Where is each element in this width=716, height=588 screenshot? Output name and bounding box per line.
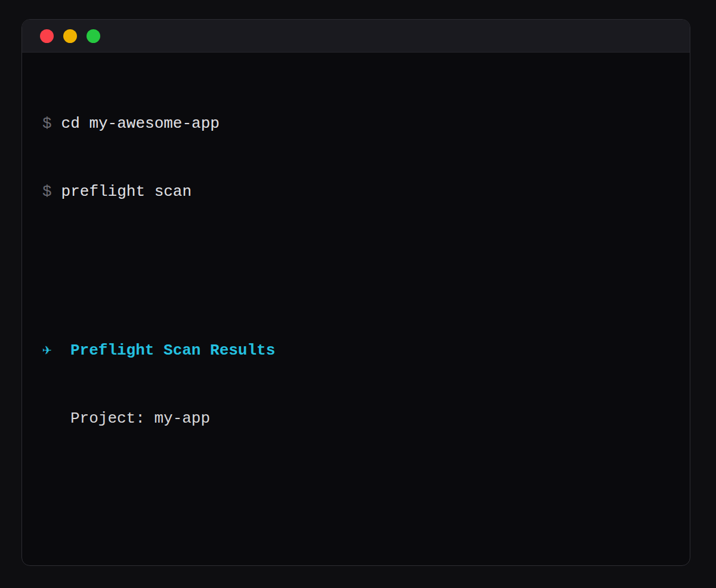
scan-results-heading: ✈Preflight Scan Results <box>42 339 669 362</box>
prompt-symbol: $ <box>42 183 52 201</box>
command-text: preflight scan <box>61 183 192 201</box>
blank-line <box>42 475 669 498</box>
terminal-body[interactable]: $cd my-awesome-app $preflight scan ✈Pref… <box>22 53 690 566</box>
command-text: cd my-awesome-app <box>61 115 220 133</box>
command-line: $cd my-awesome-app <box>42 112 669 135</box>
terminal-window: $cd my-awesome-app $preflight scan ✈Pref… <box>21 19 690 566</box>
prompt-symbol: $ <box>42 115 52 133</box>
window-titlebar <box>22 20 690 53</box>
zoom-window-button[interactable] <box>87 29 100 43</box>
project-line: Project: my-app <box>42 407 669 430</box>
close-window-button[interactable] <box>40 29 54 43</box>
minimize-window-button[interactable] <box>63 29 77 43</box>
command-line: $preflight scan <box>42 180 669 203</box>
scan-results-title: Preflight Scan Results <box>70 341 275 359</box>
airplane-icon: ✈ <box>42 339 70 362</box>
blank-line <box>42 248 669 271</box>
